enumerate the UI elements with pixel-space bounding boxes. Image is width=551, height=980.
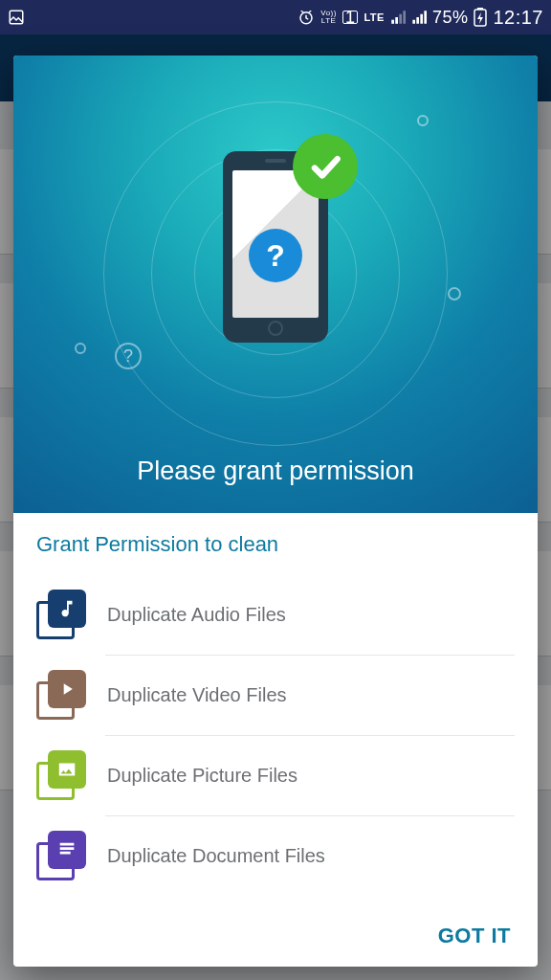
svg-rect-0	[10, 11, 23, 24]
lte-indicator: LTE	[364, 11, 384, 23]
question-badge-icon: ?	[249, 229, 302, 282]
orbit-dot	[75, 343, 86, 354]
permission-dialog: ? ? Please grant permission Grant Permis…	[13, 56, 538, 967]
video-icon	[36, 670, 86, 720]
signal-icon-2	[411, 10, 427, 25]
battery-percent: 75%	[432, 8, 469, 28]
list-item: Duplicate Document Files	[36, 815, 515, 896]
dialog-hero: ? ? Please grant permission	[13, 56, 538, 513]
signal-icon-1	[390, 10, 406, 25]
section-title: Grant Permission to clean	[36, 532, 515, 557]
list-item-label: Duplicate Document Files	[107, 845, 325, 867]
checkmark-icon	[293, 134, 358, 199]
question-icon: ?	[115, 343, 142, 369]
picture-notification-icon	[8, 9, 25, 26]
dialog-content: Grant Permission to clean Duplicate Audi…	[13, 513, 538, 905]
list-item-label: Duplicate Audio Files	[107, 604, 286, 626]
orbit-dot	[448, 287, 461, 301]
alarm-icon	[298, 9, 315, 26]
list-item: Duplicate Picture Files	[36, 735, 515, 815]
clock: 12:17	[493, 7, 543, 29]
battery-charging-icon	[474, 8, 487, 27]
sim-indicator: 1	[342, 11, 359, 24]
got-it-button[interactable]: GOT IT	[432, 914, 517, 958]
orbit-dot	[417, 115, 429, 126]
volte-icon: Vo)) LTE	[320, 10, 337, 25]
dialog-actions: GOT IT	[13, 905, 538, 967]
audio-icon	[36, 590, 86, 639]
picture-icon	[36, 750, 86, 800]
list-item: Duplicate Audio Files	[36, 574, 515, 655]
svg-rect-3	[477, 8, 483, 10]
list-item-label: Duplicate Picture Files	[107, 765, 298, 787]
document-icon	[36, 831, 86, 880]
list-item: Duplicate Video Files	[36, 655, 515, 735]
list-item-label: Duplicate Video Files	[107, 684, 287, 706]
dialog-title: Please grant permission	[137, 457, 414, 486]
status-bar: Vo)) LTE 1 LTE 75% 12:17	[0, 0, 551, 34]
